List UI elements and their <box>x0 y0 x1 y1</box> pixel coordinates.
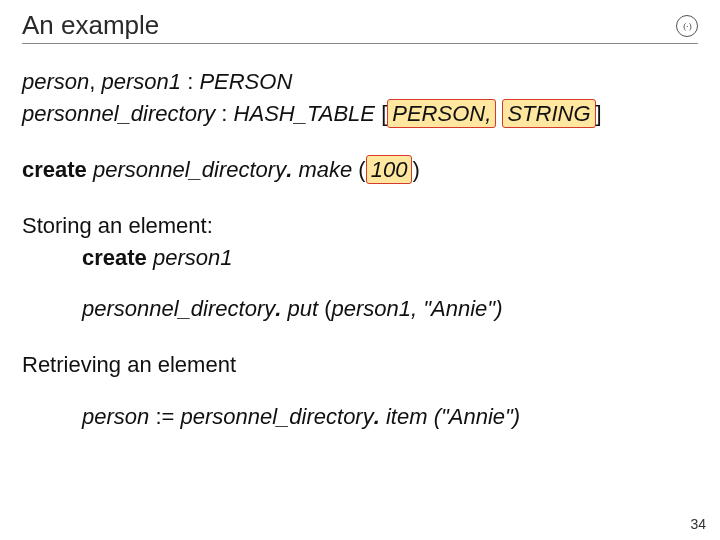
store-heading: Storing an element: <box>22 210 698 242</box>
title-row: An example ( · ) <box>22 10 698 44</box>
decl-line-2: personnel_directory : HASH_TABLE [PERSON… <box>22 98 698 130</box>
highlight-size-arg: 100 <box>366 155 413 185</box>
page-number: 34 <box>690 516 706 532</box>
retrieve-line: person := personnel_directory. item ("An… <box>22 401 698 433</box>
ident-personnel-directory: personnel_directory <box>22 101 221 126</box>
ident-person: person <box>22 69 89 94</box>
retrieve-block: Retrieving an element person := personne… <box>22 349 698 433</box>
type-hash-table: HASH_TABLE <box>234 101 382 126</box>
type-person: PERSON <box>199 69 292 94</box>
store-line-create: create person1 <box>22 242 698 274</box>
ident-person1: person1 <box>102 69 188 94</box>
store-line-put: personnel_directory. put (person1, "Anni… <box>22 293 698 325</box>
slide-title: An example <box>22 10 159 41</box>
keyword-create: create <box>82 245 147 270</box>
slide-content: person, person1 : PERSON personnel_direc… <box>22 66 698 433</box>
retrieve-heading: Retrieving an element <box>22 349 698 381</box>
store-block: Storing an element: create person1 perso… <box>22 210 698 326</box>
create-directory-block: create personnel_directory. make (100) <box>22 154 698 186</box>
declarations-block: person, person1 : PERSON personnel_direc… <box>22 66 698 130</box>
highlight-person-param: PERSON, <box>387 99 496 129</box>
keyword-create: create <box>22 157 87 182</box>
eiffel-logo-icon: ( · ) <box>676 15 698 37</box>
decl-line-1: person, person1 : PERSON <box>22 66 698 98</box>
highlight-string-param: STRING <box>502 99 595 129</box>
slide: An example ( · ) person, person1 : PERSO… <box>0 0 720 540</box>
